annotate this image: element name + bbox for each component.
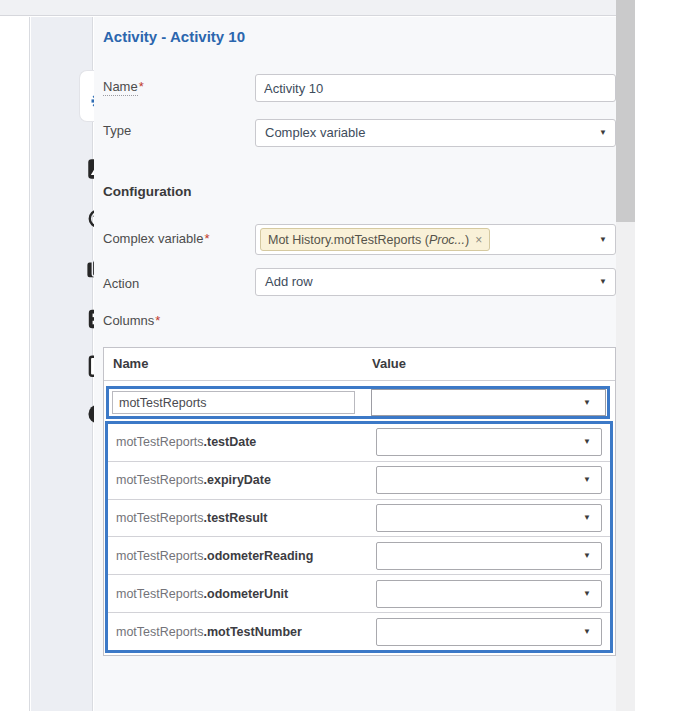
dropdown-caret-icon: ▼ [583, 514, 591, 522]
scrollbar-thumb[interactable] [616, 0, 635, 222]
table-row: motTestReports.odometerReading ▼ [108, 536, 610, 574]
complex-variable-select[interactable]: Mot History.motTestReports (Proc...) × ▼ [255, 224, 616, 255]
row-name-text: motTestReports.expiryDate [108, 473, 271, 487]
column-header-name: Name [113, 356, 148, 371]
required-marker: * [155, 313, 160, 328]
configuration-heading: Configuration [103, 184, 191, 199]
table-row: motTestReports.odometerUnit ▼ [108, 574, 610, 612]
complex-variable-tag: Mot History.motTestReports (Proc...) × [260, 228, 490, 251]
row-name-input[interactable] [112, 391, 355, 414]
table-row: motTestReports.testResult ▼ [108, 499, 610, 537]
main-panel: Activity - Activity 10 Name* Type Comple… [94, 17, 616, 711]
dropdown-caret-icon: ▼ [583, 399, 591, 407]
type-label: Type [103, 123, 131, 138]
selected-row-highlight: ▼ [106, 386, 610, 419]
row-name-text: motTestReports.odometerUnit [108, 587, 288, 601]
table-row: motTestReports.motTestNumber ▼ [108, 612, 610, 650]
action-select-value: Add row [265, 274, 313, 289]
table-header: Name Value [104, 348, 615, 381]
row-value-select[interactable]: ▼ [376, 618, 602, 646]
row-name-text: motTestReports.motTestNumber [108, 625, 302, 639]
dropdown-caret-icon: ▼ [599, 236, 607, 244]
page-title: Activity - Activity 10 [103, 28, 245, 45]
dropdown-caret-icon: ▼ [583, 476, 591, 484]
row-name-text: motTestReports.testDate [108, 435, 256, 449]
required-marker: * [139, 79, 144, 94]
row-value-select[interactable]: ▼ [376, 542, 602, 570]
properties-panel-screen: > [0, 0, 673, 711]
tag-close-paren: ) [465, 233, 469, 247]
tag-text: Mot History.motTestReports ( [268, 233, 429, 247]
action-label: Action [103, 276, 139, 291]
scrollbar[interactable] [616, 0, 635, 711]
name-input[interactable] [255, 74, 616, 102]
action-select[interactable]: Add row ▼ [255, 268, 616, 296]
dropdown-caret-icon: ▼ [583, 438, 591, 446]
top-strip [0, 0, 636, 16]
sidebar: > [31, 17, 93, 711]
dropdown-caret-icon: ▼ [583, 552, 591, 560]
right-margin [635, 0, 673, 711]
dropdown-caret-icon: ▼ [599, 129, 607, 137]
row-name-text: motTestReports.testResult [108, 511, 267, 525]
dropdown-caret-icon: ▼ [583, 590, 591, 598]
required-marker: * [204, 231, 209, 246]
columns-label: Columns* [103, 313, 160, 328]
table-row: motTestReports.expiryDate ▼ [108, 461, 610, 499]
row-value-select[interactable]: ▼ [376, 580, 602, 608]
column-header-value: Value [372, 356, 406, 371]
row-value-select[interactable]: ▼ [376, 504, 602, 532]
left-margin [0, 17, 30, 711]
remove-tag-icon[interactable]: × [475, 233, 482, 247]
dropdown-caret-icon: ▼ [599, 278, 607, 286]
type-select-value: Complex variable [265, 125, 365, 140]
tag-italic-text: Proc... [429, 233, 465, 247]
rows-group-highlight: motTestReports.testDate ▼ motTestReports… [105, 421, 613, 653]
row-value-select[interactable]: ▼ [376, 428, 602, 456]
dropdown-caret-icon: ▼ [583, 628, 591, 636]
table-row-selected: ▼ [104, 381, 615, 421]
name-label: Name* [103, 79, 144, 94]
row-value-select[interactable]: ▼ [376, 466, 602, 494]
row-name-text: motTestReports.odometerReading [108, 549, 313, 563]
table-row: motTestReports.testDate ▼ [108, 424, 610, 461]
columns-table: Name Value ▼ motTestReports.testDate ▼ [103, 347, 616, 656]
type-select[interactable]: Complex variable ▼ [255, 119, 616, 147]
row-value-select[interactable]: ▼ [371, 389, 606, 416]
complex-variable-label: Complex variable* [103, 231, 210, 246]
